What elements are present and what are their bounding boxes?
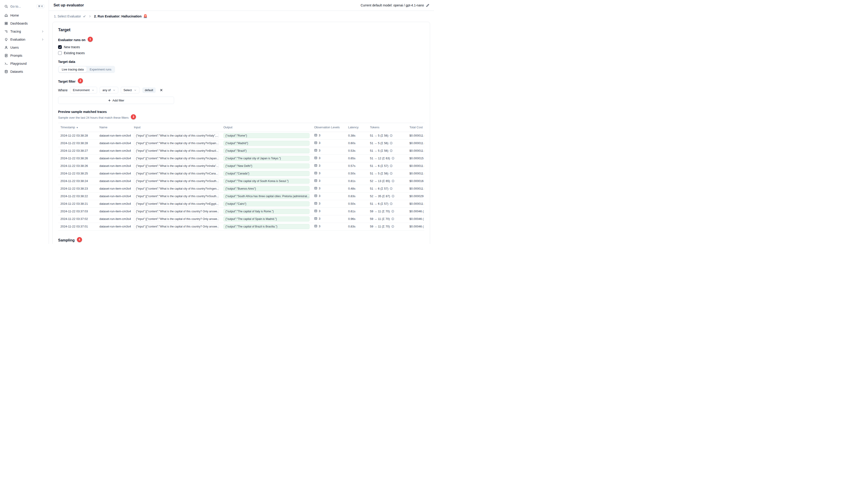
table-row[interactable]: 2024-11-22 03:38:22 dataset-run-item-cm3… bbox=[58, 192, 424, 200]
cell-latency: 0.65s bbox=[346, 155, 368, 162]
table-row[interactable]: 2024-11-22 03:37:03 dataset-run-item-cm3… bbox=[58, 207, 424, 215]
sidebar-item-tracing[interactable]: Tracing bbox=[2, 27, 46, 35]
table-row[interactable]: 2024-11-22 03:38:24 dataset-run-item-cm3… bbox=[58, 177, 424, 185]
table-row[interactable]: 2024-11-22 03:37:01 dataset-run-item-cm3… bbox=[58, 223, 424, 230]
info-icon[interactable] bbox=[391, 225, 394, 228]
step-select-evaluator[interactable]: 1. Select Evaluator bbox=[54, 14, 86, 18]
input-preview: {"input":[{"content":"What is the capita… bbox=[134, 217, 219, 222]
table-row[interactable]: 2024-11-22 03:37:02 dataset-run-item-cm3… bbox=[58, 215, 424, 223]
info-icon[interactable] bbox=[390, 187, 393, 190]
cell-input: {"input":[{"content":"What is the capita… bbox=[131, 162, 221, 170]
add-filter-button[interactable]: Add filter bbox=[58, 97, 174, 104]
observation-levels-icon bbox=[314, 187, 317, 190]
cell-name: dataset-run-item-cm3s4 bbox=[97, 155, 131, 162]
observation-levels-icon bbox=[314, 202, 317, 205]
edit-pencil-icon[interactable] bbox=[426, 4, 429, 7]
default-model-label: Current default model: openai / gpt-4.1-… bbox=[361, 3, 424, 7]
sidebar-item-evaluation[interactable]: Evaluation bbox=[2, 35, 46, 43]
cell-tokens: 59 → 11 (Σ 70) bbox=[368, 215, 407, 223]
table-row[interactable]: 2024-11-22 03:38:28 dataset-run-item-cm3… bbox=[58, 139, 424, 147]
cell-output: {"output":"New Delhi"} bbox=[221, 162, 312, 170]
cell-timestamp: 2024-11-22 03:37:01 bbox=[58, 223, 97, 230]
table-row[interactable]: 2024-11-22 03:38:25 dataset-run-item-cm3… bbox=[58, 170, 424, 177]
user-icon bbox=[4, 46, 8, 50]
cell-total-cost: $0.000011 ( bbox=[407, 162, 424, 170]
filter-value-select[interactable]: Select bbox=[121, 87, 140, 93]
filter-column-select[interactable]: Environment bbox=[70, 87, 97, 93]
cell-input: {"input":[{"content":"What is the capita… bbox=[131, 185, 221, 192]
sidebar-item-home[interactable]: Home bbox=[2, 11, 46, 19]
tab-experiment-runs[interactable]: Experiment runs bbox=[87, 67, 114, 72]
info-icon[interactable] bbox=[390, 164, 393, 167]
traces-table-body: 2024-11-22 03:38:28 dataset-run-item-cm3… bbox=[58, 132, 424, 230]
table-row[interactable]: 2024-11-22 03:38:26 dataset-run-item-cm3… bbox=[58, 155, 424, 162]
cell-total-cost: $0.00046 ( bbox=[407, 207, 424, 215]
info-icon[interactable] bbox=[390, 202, 393, 205]
tab-live-tracing-data[interactable]: Live tracing data bbox=[59, 67, 87, 72]
info-icon[interactable] bbox=[392, 195, 395, 198]
sidebar-item-playground[interactable]: Playground bbox=[2, 60, 46, 67]
cell-latency: 0.81s bbox=[346, 177, 368, 185]
sidebar-item-label: Playground bbox=[10, 62, 27, 65]
sidebar-item-label: Home bbox=[10, 13, 19, 17]
tokens-value: 51 → 5 (Σ 56) bbox=[370, 134, 388, 137]
filter-operator-value: any of bbox=[102, 88, 111, 92]
info-icon[interactable] bbox=[390, 172, 393, 175]
table-row[interactable]: 2024-11-22 03:38:23 dataset-run-item-cm3… bbox=[58, 185, 424, 192]
cell-observation-levels: 3 bbox=[312, 147, 346, 155]
filter-operator-select[interactable]: any of bbox=[100, 87, 118, 93]
sort-desc-icon: ▼ bbox=[76, 127, 78, 129]
existing-traces-checkbox[interactable] bbox=[58, 51, 62, 55]
info-icon[interactable] bbox=[391, 210, 394, 213]
table-row[interactable]: 2024-11-22 03:38:27 dataset-run-item-cm3… bbox=[58, 147, 424, 155]
info-icon[interactable] bbox=[391, 217, 394, 220]
existing-traces-option[interactable]: Existing traces bbox=[58, 51, 424, 55]
cell-tokens: 51 → 5 (Σ 56) bbox=[368, 139, 407, 147]
cell-timestamp: 2024-11-22 03:37:03 bbox=[58, 207, 97, 215]
cell-name: dataset-run-item-cm3s4 bbox=[97, 132, 131, 139]
new-traces-option[interactable]: New traces bbox=[58, 45, 424, 49]
tokens-value: 51 → 6 (Σ 57) bbox=[370, 187, 388, 190]
checkbox-label: Existing traces bbox=[64, 51, 85, 55]
cell-output: {"output":"Rome"} bbox=[221, 132, 312, 139]
table-row[interactable]: 2024-11-22 03:38:26 dataset-run-item-cm3… bbox=[58, 162, 424, 170]
table-row[interactable]: 2024-11-22 03:38:28 dataset-run-item-cm3… bbox=[58, 132, 424, 139]
tokens-value: 59 → 11 (Σ 70) bbox=[370, 225, 390, 228]
info-icon[interactable] bbox=[392, 157, 395, 160]
new-traces-checkbox[interactable] bbox=[58, 45, 62, 49]
cell-latency: 0.50s bbox=[346, 170, 368, 177]
sidebar-item-dashboards[interactable]: Dashboards bbox=[2, 19, 46, 27]
info-icon[interactable] bbox=[392, 180, 395, 183]
column-header-latency: Latency bbox=[346, 123, 368, 132]
levels-count: 3 bbox=[319, 156, 320, 160]
step-run-evaluator: 2. Run Evaluator: Hallucination 🚨 bbox=[94, 14, 148, 19]
chevron-down-icon bbox=[92, 89, 94, 92]
chevron-down-icon bbox=[134, 89, 136, 92]
sidebar-item-datasets[interactable]: Datasets bbox=[2, 67, 46, 75]
sidebar: Go to... ⌘ K Home Dashboards Tracing Eva… bbox=[0, 0, 49, 244]
cell-tokens: 51 → 6 (Σ 57) bbox=[368, 200, 407, 207]
sidebar-item-users[interactable]: Users bbox=[2, 43, 46, 52]
info-icon[interactable] bbox=[390, 142, 393, 144]
goto-search[interactable]: Go to... ⌘ K bbox=[2, 2, 46, 10]
cell-observation-levels: 3 bbox=[312, 192, 346, 200]
cell-input: {"input":[{"content":"What is the capita… bbox=[131, 215, 221, 223]
info-icon[interactable] bbox=[390, 149, 393, 152]
cell-output: {"output":"Cairo"} bbox=[221, 200, 312, 207]
table-row[interactable]: 2024-11-22 03:38:21 dataset-run-item-cm3… bbox=[58, 200, 424, 207]
sidebar-item-prompts[interactable]: Prompts bbox=[2, 52, 46, 60]
cell-observation-levels: 3 bbox=[312, 215, 346, 223]
chevron-right-icon bbox=[88, 15, 92, 18]
column-header-input: Input bbox=[131, 123, 221, 132]
remove-filter-button[interactable] bbox=[160, 88, 163, 92]
cell-name: dataset-run-item-cm3s4 bbox=[97, 170, 131, 177]
cell-input: {"input":[{"content":"What is the capita… bbox=[131, 200, 221, 207]
column-header-timestamp[interactable]: Timestamp▼ bbox=[58, 123, 97, 132]
chevron-down-icon bbox=[113, 89, 116, 92]
levels-count: 3 bbox=[319, 187, 320, 190]
page-content: Target Evaluator runs on 1 New traces Ex… bbox=[49, 21, 434, 244]
cell-observation-levels: 3 bbox=[312, 185, 346, 192]
info-icon[interactable] bbox=[390, 134, 393, 137]
cell-timestamp: 2024-11-22 03:38:25 bbox=[58, 170, 97, 177]
cell-tokens: 52 → 13 (Σ 65) bbox=[368, 177, 407, 185]
